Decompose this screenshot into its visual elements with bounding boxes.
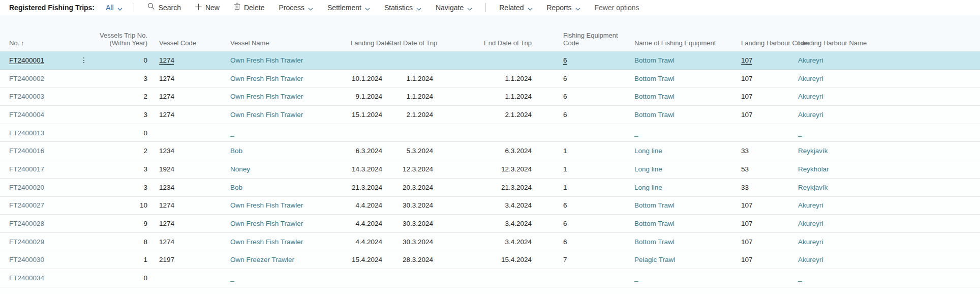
- landing-harbour-name-link[interactable]: Reykhólar: [798, 165, 829, 173]
- cell-landing-harbour-code[interactable]: 107: [741, 232, 798, 251]
- cell-name-of-fishing-equipment[interactable]: Long line: [634, 160, 741, 179]
- cell-name-of-fishing-equipment[interactable]: Bottom Trawl: [634, 69, 741, 87]
- cell-vessel-code[interactable]: 1274: [150, 106, 229, 124]
- cell-start-date[interactable]: [387, 51, 436, 69]
- cell-vessel-name[interactable]: Own Fresh Fish Trawler: [229, 106, 351, 124]
- trip-no-link[interactable]: FT2400001: [9, 56, 44, 64]
- vessel-name-link[interactable]: _: [230, 274, 234, 282]
- trip-no-link[interactable]: FT2400028: [9, 220, 44, 227]
- settlement-menu-button[interactable]: Settlement: [327, 0, 370, 16]
- trip-no-link[interactable]: FT2400020: [9, 184, 44, 191]
- statistics-menu-button[interactable]: Statistics: [384, 0, 421, 16]
- cell-vessel-name[interactable]: _: [229, 124, 351, 142]
- table-row[interactable]: FT2400017 3 1924 Nóney 14.3.2024 12.3.20…: [0, 160, 980, 179]
- cell-no[interactable]: FT2400003: [0, 87, 94, 106]
- trip-no-link[interactable]: FT2400002: [9, 75, 44, 82]
- table-row[interactable]: FT2400016 2 1234 Bob 6.3.2024 5.3.2024 6…: [0, 142, 980, 160]
- column-header-start-date[interactable]: Start Date of Trip: [387, 15, 436, 51]
- table-row[interactable]: FT2400001 ⋮ 0 1274 Own Fresh Fish Trawle…: [0, 51, 980, 69]
- fishing-equipment-name-link[interactable]: Bottom Trawl: [634, 201, 675, 209]
- cell-name-of-fishing-equipment[interactable]: Bottom Trawl: [634, 215, 741, 233]
- cell-vessels-trip-no[interactable]: 3: [94, 160, 150, 179]
- cell-landing-date[interactable]: 4.4.2024: [351, 232, 387, 251]
- cell-landing-harbour-code[interactable]: 33: [741, 178, 798, 196]
- cell-vessel-code[interactable]: 1274: [150, 196, 229, 215]
- cell-landing-harbour-code[interactable]: 107: [741, 87, 798, 106]
- landing-harbour-name-link[interactable]: Akureyri: [798, 256, 823, 263]
- cell-vessel-code[interactable]: 1274: [150, 51, 229, 69]
- cell-landing-date[interactable]: 4.4.2024: [351, 215, 387, 233]
- cell-vessels-trip-no[interactable]: 1: [94, 287, 150, 294]
- fishing-equipment-name-link[interactable]: Long line: [634, 147, 662, 155]
- cell-landing-date[interactable]: [351, 124, 387, 142]
- cell-landing-date[interactable]: 15.1.2024: [351, 106, 387, 124]
- cell-name-of-fishing-equipment[interactable]: Pelagic Trawl: [634, 251, 741, 269]
- cell-start-date[interactable]: 30.3.2024: [387, 215, 436, 233]
- cell-vessel-code[interactable]: 2197: [150, 251, 229, 269]
- cell-landing-date[interactable]: 10.7.2024: [351, 287, 387, 294]
- cell-vessel-code[interactable]: 1274: [150, 232, 229, 251]
- cell-vessel-code[interactable]: [150, 269, 229, 287]
- cell-fishing-equipment-code[interactable]: 6: [533, 87, 634, 106]
- fishing-equipment-name-link[interactable]: Bottom Trawl: [634, 111, 675, 119]
- cell-fishing-equipment-code[interactable]: 6: [533, 106, 634, 124]
- cell-end-date[interactable]: 3.4.2024: [436, 232, 533, 251]
- cell-no[interactable]: FT2400004: [0, 106, 94, 124]
- cell-landing-date[interactable]: 9.1.2024: [351, 87, 387, 106]
- cell-end-date[interactable]: 12.3.2024: [436, 160, 533, 179]
- search-button[interactable]: Search: [147, 0, 181, 15]
- trip-no-link[interactable]: FT2400017: [9, 165, 44, 173]
- cell-landing-harbour-code[interactable]: [741, 124, 798, 142]
- cell-fishing-equipment-code[interactable]: 6: [533, 232, 634, 251]
- vessel-name-link[interactable]: Bob: [230, 184, 242, 191]
- cell-vessels-trip-no[interactable]: 3: [94, 69, 150, 87]
- cell-start-date[interactable]: 1.1.2024: [387, 69, 436, 87]
- vessel-name-link[interactable]: Own Fresh Fish Trawler: [230, 220, 303, 227]
- cell-start-date[interactable]: 8.7.2024: [387, 287, 436, 294]
- cell-start-date[interactable]: 1.1.2024: [387, 87, 436, 106]
- view-filter-all-button[interactable]: All: [106, 0, 122, 16]
- table-row[interactable]: FT2400034 0 _ _ _: [0, 269, 980, 287]
- cell-start-date[interactable]: 2.1.2024: [387, 106, 436, 124]
- cell-no[interactable]: FT2400030: [0, 251, 94, 269]
- cell-landing-date[interactable]: [351, 269, 387, 287]
- cell-vessel-code[interactable]: 1234: [150, 142, 229, 160]
- vessel-name-link[interactable]: Own Fresh Fish Trawler: [230, 75, 303, 82]
- trip-no-link[interactable]: FT2400003: [9, 93, 44, 100]
- vessel-name-link[interactable]: Own Fresh Fish Trawler: [230, 238, 303, 246]
- cell-name-of-fishing-equipment[interactable]: Bottom Trawl: [634, 287, 741, 294]
- cell-no[interactable]: FT2400013: [0, 124, 94, 142]
- cell-vessel-name[interactable]: Bob: [229, 142, 351, 160]
- cell-start-date[interactable]: 20.3.2024: [387, 178, 436, 196]
- fishing-equipment-name-link[interactable]: Long line: [634, 184, 662, 191]
- cell-end-date[interactable]: 10.7.2024: [436, 287, 533, 294]
- vessel-name-link[interactable]: Own Fresh Fish Trawler: [230, 111, 303, 119]
- cell-vessels-trip-no[interactable]: 1: [94, 251, 150, 269]
- cell-vessel-name[interactable]: Own Fresh Fish Trawler: [229, 51, 351, 69]
- vessel-name-link[interactable]: Own Fresh Fish Trawler: [230, 93, 303, 100]
- table-row[interactable]: FT2400027 10 1274 Own Fresh Fish Trawler…: [0, 196, 980, 215]
- cell-end-date[interactable]: 3.4.2024: [436, 196, 533, 215]
- cell-vessels-trip-no[interactable]: 0: [94, 51, 150, 69]
- fishing-equipment-name-link[interactable]: Bottom Trawl: [634, 93, 675, 100]
- landing-harbour-name-link[interactable]: Reykjavík: [798, 184, 828, 191]
- cell-no[interactable]: FT2400002: [0, 69, 94, 87]
- cell-landing-date[interactable]: 15.4.2024: [351, 251, 387, 269]
- cell-no[interactable]: FT2400001 ⋮: [0, 51, 94, 69]
- vessel-name-link[interactable]: Nóney: [230, 165, 250, 173]
- delete-button[interactable]: Delete: [234, 0, 264, 15]
- cell-landing-harbour-name[interactable]: Reykhólar: [798, 160, 980, 179]
- cell-no[interactable]: FT2400027: [0, 196, 94, 215]
- landing-harbour-name-link[interactable]: Akureyri: [798, 75, 823, 82]
- landing-harbour-name-link[interactable]: Akureyri: [798, 238, 823, 246]
- fishing-equipment-name-link[interactable]: Bottom Trawl: [634, 220, 675, 227]
- cell-landing-harbour-name[interactable]: Reykjavík: [798, 178, 980, 196]
- cell-landing-harbour-name[interactable]: _: [798, 124, 980, 142]
- fishing-equipment-name-link[interactable]: Long line: [634, 165, 662, 173]
- cell-vessels-trip-no[interactable]: 0: [94, 269, 150, 287]
- landing-harbour-name-link[interactable]: Akureyri: [798, 56, 823, 64]
- cell-fishing-equipment-code[interactable]: 6: [533, 287, 634, 294]
- cell-name-of-fishing-equipment[interactable]: Bottom Trawl: [634, 51, 741, 69]
- cell-fishing-equipment-code[interactable]: [533, 124, 634, 142]
- column-header-end-date[interactable]: End Date of Trip: [436, 15, 533, 51]
